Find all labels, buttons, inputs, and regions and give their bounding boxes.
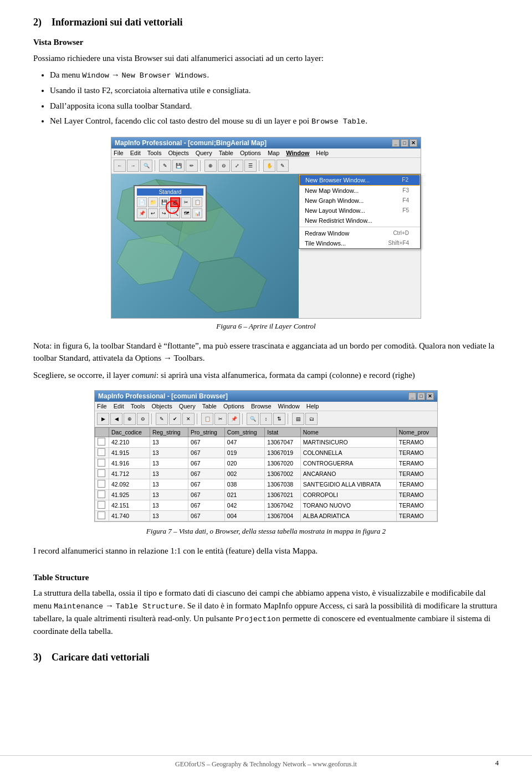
fig7-tb-9[interactable]: ✂ bbox=[214, 413, 227, 425]
row-checkbox[interactable] bbox=[98, 501, 105, 509]
th-reg-string[interactable]: Reg_string bbox=[150, 428, 188, 437]
menu-objects[interactable]: Objects bbox=[168, 150, 188, 156]
fig7-menu-browse[interactable]: Browse bbox=[251, 403, 272, 409]
fig7-menu-window[interactable]: Window bbox=[278, 403, 300, 409]
fig7-tb-14[interactable]: ▤ bbox=[292, 413, 304, 425]
fig7-tb-10[interactable]: 📌 bbox=[228, 413, 240, 425]
row-checkbox[interactable] bbox=[98, 480, 105, 488]
th-istat[interactable]: Istat bbox=[265, 428, 300, 437]
tb-btn-4[interactable]: ✎ bbox=[159, 160, 171, 172]
fig7-tb-11[interactable]: 🔍 bbox=[247, 413, 259, 425]
fig7-tb-13[interactable]: ⇅ bbox=[273, 413, 285, 425]
th-com-string[interactable]: Com_string bbox=[224, 428, 265, 437]
tb-btn-3[interactable]: 🔍 bbox=[140, 160, 152, 172]
row-checkbox[interactable] bbox=[98, 511, 105, 519]
tb-btn-12[interactable]: ✎ bbox=[277, 160, 289, 172]
menu-edit[interactable]: Edit bbox=[130, 150, 141, 156]
tb-btn-6[interactable]: ✏ bbox=[186, 160, 198, 172]
fig7-close-btn[interactable]: ✕ bbox=[426, 392, 434, 400]
std-btn-1[interactable]: 📄 bbox=[137, 197, 147, 207]
fig7-menu-objects[interactable]: Objects bbox=[151, 403, 172, 409]
tb-btn-11[interactable]: ✋ bbox=[263, 160, 275, 172]
menu-item-tile[interactable]: Tile Windows... Shift+F4 bbox=[299, 238, 420, 248]
tb-btn-1[interactable]: ← bbox=[114, 160, 126, 172]
fig7-tb-6[interactable]: ✔ bbox=[169, 413, 181, 425]
menu-item-new-redistrict[interactable]: New Redistrict Window... bbox=[299, 216, 420, 226]
std-btn-8[interactable]: ↩ bbox=[148, 208, 158, 218]
menu-item-new-map[interactable]: New Map Window... F3 bbox=[299, 186, 420, 196]
fig7-tb-15[interactable]: 🗂 bbox=[305, 413, 318, 425]
row-checkbox-cell[interactable] bbox=[95, 469, 109, 479]
fig7-tb-2[interactable]: ◀ bbox=[110, 413, 122, 425]
bullet3-text: Dall’apposita icona sulla toolbar Standa… bbox=[50, 101, 192, 110]
menu-item-new-graph[interactable]: New Graph Window... F4 bbox=[299, 196, 420, 206]
row-checkbox[interactable] bbox=[98, 490, 105, 498]
menu-query[interactable]: Query bbox=[196, 150, 212, 156]
menu-help[interactable]: Help bbox=[316, 150, 329, 156]
fig7-menu-file[interactable]: File bbox=[97, 403, 107, 409]
std-btn-7[interactable]: 📌 bbox=[137, 208, 147, 218]
menu-tools[interactable]: Tools bbox=[147, 150, 162, 156]
table-header-row: Dac_codice Reg_string Pro_string Com_str… bbox=[95, 428, 437, 437]
red-circle-highlight bbox=[166, 201, 179, 214]
bullet1-after: . bbox=[207, 70, 209, 79]
tb-btn-2[interactable]: → bbox=[127, 160, 139, 172]
std-btn-11[interactable]: 🗺 bbox=[181, 208, 191, 218]
menu-file[interactable]: File bbox=[114, 150, 124, 156]
row-checkbox[interactable] bbox=[98, 469, 105, 477]
row-checkbox-cell[interactable] bbox=[95, 479, 109, 490]
table-cell: 13 bbox=[150, 458, 188, 469]
fig7-tb-5[interactable]: ✎ bbox=[156, 413, 168, 425]
th-nome-prov[interactable]: Nome_prov bbox=[396, 428, 437, 437]
row-checkbox-cell[interactable] bbox=[95, 490, 109, 500]
tb-btn-7[interactable]: ⊕ bbox=[204, 160, 217, 172]
fig7-tb-3[interactable]: ⊕ bbox=[124, 413, 136, 425]
menu-options[interactable]: Options bbox=[240, 150, 261, 156]
std-btn-12[interactable]: 📊 bbox=[192, 208, 202, 218]
tb-btn-8[interactable]: ⊖ bbox=[218, 160, 230, 172]
row-checkbox-cell[interactable] bbox=[95, 500, 109, 511]
row-checkbox-cell[interactable] bbox=[95, 437, 109, 448]
fig7-menu-table[interactable]: Table bbox=[202, 403, 217, 409]
row-checkbox[interactable] bbox=[98, 459, 105, 467]
std-btn-2[interactable]: 📁 bbox=[148, 197, 158, 207]
menu-table[interactable]: Table bbox=[219, 150, 233, 156]
fig7-menu-help[interactable]: Help bbox=[306, 403, 319, 409]
row-checkbox[interactable] bbox=[98, 438, 105, 446]
fig7-tb-12[interactable]: ↕ bbox=[260, 413, 272, 425]
fig7-tb-4[interactable]: ⊖ bbox=[137, 413, 149, 425]
menu-item-new-layout[interactable]: New Layout Window... F5 bbox=[299, 206, 420, 216]
row-checkbox-cell[interactable] bbox=[95, 511, 109, 521]
close-btn[interactable]: ✕ bbox=[410, 139, 417, 147]
fig7-tb-8[interactable]: 📋 bbox=[201, 413, 213, 425]
tb-btn-10[interactable]: ☰ bbox=[244, 160, 257, 172]
fig7-menu-query[interactable]: Query bbox=[179, 403, 196, 409]
table-cell: 13067004 bbox=[265, 511, 300, 521]
fig7-tb-1[interactable]: ▶ bbox=[97, 413, 109, 425]
std-btn-5[interactable]: ✂ bbox=[181, 197, 191, 207]
fig7-menu-options[interactable]: Options bbox=[223, 403, 244, 409]
menu-map[interactable]: Map bbox=[268, 150, 279, 156]
fig7-tb-7[interactable]: ✕ bbox=[182, 413, 195, 425]
tb-btn-5[interactable]: 💾 bbox=[172, 160, 185, 172]
row-checkbox[interactable] bbox=[98, 448, 105, 456]
fig7-menu-tools[interactable]: Tools bbox=[131, 403, 145, 409]
menu-item-new-browser[interactable]: New Browser Window... F2 bbox=[299, 175, 420, 186]
minimize-btn[interactable]: _ bbox=[392, 139, 400, 147]
th-nome[interactable]: Nome bbox=[300, 428, 396, 437]
row-checkbox-cell[interactable] bbox=[95, 448, 109, 458]
table-cell: ANCARANO bbox=[300, 469, 396, 479]
th-pro-string[interactable]: Pro_string bbox=[188, 428, 225, 437]
row-checkbox-cell[interactable] bbox=[95, 458, 109, 469]
maximize-btn[interactable]: □ bbox=[401, 139, 408, 147]
tb-btn-9[interactable]: ⤢ bbox=[231, 160, 243, 172]
th-dac-codice[interactable]: Dac_codice bbox=[109, 428, 150, 437]
menu-window[interactable]: Window bbox=[286, 150, 309, 156]
fig7-minimize-btn[interactable]: _ bbox=[408, 392, 416, 400]
fig7-menu-edit[interactable]: Edit bbox=[114, 403, 124, 409]
fig7-maximize-btn[interactable]: □ bbox=[417, 392, 425, 400]
vista-bullets: Da menu Window → New Browser Windows. Us… bbox=[50, 69, 499, 128]
std-btn-6[interactable]: 📋 bbox=[192, 197, 202, 207]
menu-item-redraw[interactable]: Redraw Window Ctrl+D bbox=[299, 228, 420, 238]
table-cell: 021 bbox=[224, 490, 265, 500]
